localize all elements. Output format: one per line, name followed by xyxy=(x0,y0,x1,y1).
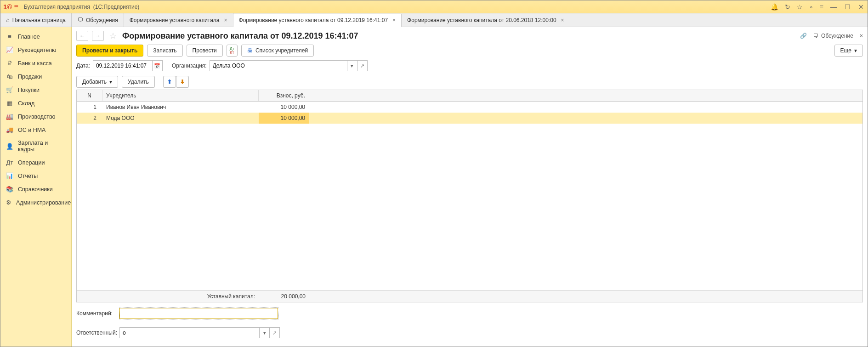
comment-label: Комментарий: xyxy=(76,310,117,317)
sidebar-item-warehouse[interactable]: ▦Склад xyxy=(0,97,71,110)
comment-input[interactable] xyxy=(119,308,278,319)
org-input[interactable] xyxy=(210,60,347,71)
link-icon[interactable]: 🔗 xyxy=(800,33,807,39)
truck-icon: 🚚 xyxy=(6,126,13,133)
sidebar-item-label: Операции xyxy=(18,159,45,166)
sidebar-item-catalogs[interactable]: 📚Справочники xyxy=(0,182,71,196)
delete-row-button[interactable]: Удалить xyxy=(122,76,155,88)
bell-icon[interactable]: 🔔 xyxy=(771,3,778,11)
titlebar: 1© ≡ Бухгалтерия предприятия (1С:Предпри… xyxy=(0,0,868,13)
sidebar-item-label: Руководителю xyxy=(18,47,56,53)
sidebar-item-operations[interactable]: ДтОперации xyxy=(0,156,71,169)
dtkt-button[interactable]: ДтКт xyxy=(227,45,238,57)
responsible-field-group: ▾ ↗ xyxy=(119,327,280,338)
dot-icon[interactable]: ∘ xyxy=(809,3,813,11)
founders-list-button[interactable]: 🖶 Список учредителей xyxy=(241,45,314,57)
sidebar-item-hr[interactable]: 👤Зарплата и кадры xyxy=(0,137,71,156)
chevron-down-icon[interactable]: ▾ xyxy=(347,60,357,71)
discussion-link[interactable]: 🗨 Обсуждение xyxy=(813,33,853,39)
date-input[interactable] xyxy=(93,60,153,71)
sidebar-item-assets[interactable]: 🚚ОС и НМА xyxy=(0,123,71,137)
cart-icon: 🛒 xyxy=(6,86,13,93)
dtkt-icon: ДтКт xyxy=(230,47,234,54)
chevron-down-icon: ▾ xyxy=(854,47,857,54)
chevron-down-icon[interactable]: ▾ xyxy=(260,327,270,338)
tab-label: Формирование уставного капитала от 20.06… xyxy=(407,17,556,23)
sidebar-item-production[interactable]: 🏭Производство xyxy=(0,110,71,123)
col-header-amount[interactable]: Взнос, руб. xyxy=(259,90,309,101)
chart-icon: 📈 xyxy=(6,46,13,53)
calendar-icon[interactable]: 📅 xyxy=(153,60,163,71)
app-title: Бухгалтерия предприятия (1С:Предприятие) xyxy=(24,4,140,10)
main: ← → ☆ Формирование уставного капитала от… xyxy=(72,27,868,347)
grid-body: 1 Иванов Иван Иванович 10 000,00 2 Мода … xyxy=(77,102,862,290)
bottom-form: Комментарий: Ответственный: ▾ ↗ xyxy=(76,308,863,343)
post-button[interactable]: Провести xyxy=(187,45,223,57)
print-icon: 🖶 xyxy=(247,47,253,54)
grid-footer: Уставный капитал: 20 000,00 xyxy=(77,290,862,302)
menu-icon[interactable]: ≡ xyxy=(14,3,18,11)
close-button[interactable]: ✕ xyxy=(857,3,865,11)
tab-doc-2[interactable]: Формирование уставного капитала от 09.12… xyxy=(233,14,402,27)
more-button[interactable]: Еще ▾ xyxy=(834,45,863,57)
move-down-button[interactable]: ⬇ xyxy=(176,76,189,88)
date-label: Дата: xyxy=(76,63,90,69)
barchart-icon: 📊 xyxy=(6,172,13,179)
tab-label: Начальная страница xyxy=(12,17,66,23)
save-button[interactable]: Записать xyxy=(147,45,182,57)
sidebar-item-label: Отчеты xyxy=(18,173,38,179)
add-row-button[interactable]: Добавить ▾ xyxy=(76,76,118,88)
close-page-icon[interactable]: × xyxy=(860,33,863,39)
sidebar-item-label: Производство xyxy=(18,114,56,120)
cell-n: 2 xyxy=(77,113,102,124)
gear-icon: ⚙ xyxy=(6,199,11,206)
close-tab-icon[interactable]: × xyxy=(561,17,564,23)
footer-spacer2 xyxy=(309,291,862,302)
sidebar-item-main[interactable]: ≡Главное xyxy=(0,30,71,43)
tab-discussions[interactable]: 🗨 Обсуждения xyxy=(72,13,124,27)
tab-label: Обсуждения xyxy=(86,17,118,23)
col-header-n[interactable]: N xyxy=(77,90,102,101)
forward-button[interactable]: → xyxy=(92,31,104,41)
back-button[interactable]: ← xyxy=(76,31,88,41)
responsible-row: Ответственный: ▾ ↗ xyxy=(76,327,863,338)
cell-founder: Мода ООО xyxy=(102,113,259,124)
sidebar-item-label: Зарплата и кадры xyxy=(18,140,66,153)
footer-spacer xyxy=(77,291,102,302)
open-icon[interactable]: ↗ xyxy=(357,60,368,71)
star-icon[interactable]: ☆ xyxy=(797,3,803,11)
favorite-icon[interactable]: ☆ xyxy=(109,31,117,41)
move-up-button[interactable]: ⬆ xyxy=(163,76,176,88)
col-header-founder[interactable]: Учредитель xyxy=(102,90,259,101)
open-icon[interactable]: ↗ xyxy=(270,327,280,338)
tab-doc-3[interactable]: Формирование уставного капитала от 20.06… xyxy=(402,13,570,27)
filter-icon[interactable]: ≡ xyxy=(820,3,823,11)
sidebar-item-purchases[interactable]: 🛒Покупки xyxy=(0,83,71,97)
table-row[interactable]: 2 Мода ООО 10 000,00 xyxy=(77,113,862,124)
tab-doc-1[interactable]: Формирование уставного капитала × xyxy=(124,13,233,27)
chat-icon: 🗨 xyxy=(77,17,83,23)
minimize-button[interactable]: — xyxy=(830,3,837,11)
sidebar-item-reports[interactable]: 📊Отчеты xyxy=(0,169,71,182)
sidebar: ≡Главное 📈Руководителю ₽Банк и касса 🛍Пр… xyxy=(0,27,72,347)
menu-icon: ≡ xyxy=(6,33,13,40)
maximize-button[interactable]: ☐ xyxy=(844,3,851,11)
sidebar-item-label: Покупки xyxy=(18,87,40,93)
tab-label: Формирование уставного капитала xyxy=(130,17,220,23)
page-header: ← → ☆ Формирование уставного капитала от… xyxy=(76,31,863,41)
close-tab-icon[interactable]: × xyxy=(392,17,396,23)
sidebar-item-admin[interactable]: ⚙Администрирование xyxy=(0,196,71,209)
table-row[interactable]: 1 Иванов Иван Иванович 10 000,00 xyxy=(77,102,862,113)
sidebar-item-bank[interactable]: ₽Банк и касса xyxy=(0,57,71,70)
tab-home[interactable]: ⌂ Начальная страница xyxy=(0,13,72,27)
sidebar-item-sales[interactable]: 🛍Продажи xyxy=(0,70,71,83)
sidebar-item-label: Администрирование xyxy=(16,199,71,206)
founders-grid: N Учредитель Взнос, руб. 1 Иванов Иван И… xyxy=(76,90,863,302)
history-icon[interactable]: ↻ xyxy=(785,3,790,11)
close-tab-icon[interactable]: × xyxy=(224,17,227,23)
post-and-close-button[interactable]: Провести и закрыть xyxy=(76,45,143,57)
cell-amount: 10 000,00 xyxy=(259,113,309,124)
form-line: Дата: 📅 Организация: ▾ ↗ xyxy=(76,60,863,71)
sidebar-item-manager[interactable]: 📈Руководителю xyxy=(0,43,71,57)
responsible-input[interactable] xyxy=(119,327,260,338)
